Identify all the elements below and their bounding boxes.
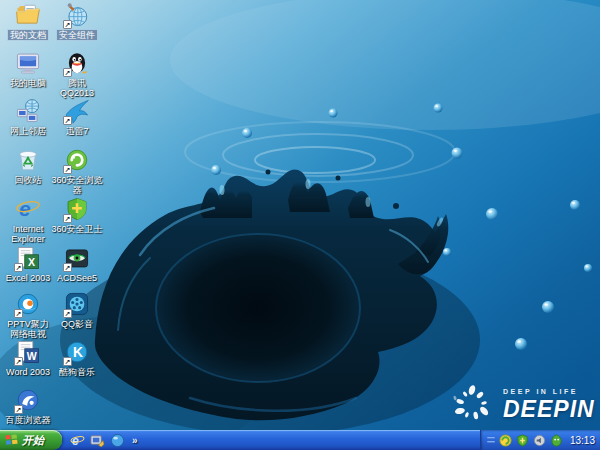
- security-component-icon: ↗: [64, 2, 90, 28]
- qq-player-icon: ↗: [64, 291, 90, 317]
- desktop-icon-label: 酷狗音乐: [57, 367, 97, 377]
- desktop-icon-label: Excel 2003: [4, 273, 53, 283]
- shortcut-arrow-icon: ↗: [63, 116, 72, 125]
- safe-360-icon: ↗: [64, 196, 90, 222]
- baidu-browser-icon: ↗: [15, 387, 41, 413]
- excel-2003-icon: X↗: [15, 245, 41, 271]
- desktop-icon-label: 回收站: [13, 175, 44, 185]
- taskbar: 开始 e» 13:13: [0, 430, 600, 450]
- shortcut-arrow-icon: ↗: [14, 263, 23, 272]
- desktop-icon-browser-360[interactable]: ↗360安全浏览器: [49, 147, 105, 195]
- desktop-icon-label: PPTV聚力 网络电视: [0, 319, 56, 339]
- desktop-icon-pptv[interactable]: ↗PPTV聚力 网络电视: [0, 291, 56, 339]
- desktop-icon-thunder7[interactable]: ↗迅雷7: [49, 98, 105, 136]
- desktop-icon-word-2003[interactable]: W↗Word 2003: [0, 339, 56, 377]
- desktop-icon-label: QQ影音: [59, 319, 95, 329]
- desktop-icon-network-places[interactable]: 网上邻居: [0, 98, 56, 136]
- desktop-icon-internet-explorer[interactable]: eInternet Explorer: [0, 196, 56, 244]
- tray-antivirus-360-icon[interactable]: [499, 434, 512, 447]
- svg-text:e: e: [72, 434, 79, 448]
- shortcut-arrow-icon: ↗: [63, 165, 72, 174]
- desktop-icon-my-documents[interactable]: 我的文档: [0, 2, 56, 40]
- tray-handle[interactable]: [487, 434, 495, 446]
- shortcut-arrow-icon: ↗: [63, 214, 72, 223]
- shortcut-arrow-icon: ↗: [63, 263, 72, 272]
- shortcut-arrow-icon: ↗: [14, 309, 23, 318]
- tencent-qq-icon: ↗: [64, 50, 90, 76]
- my-documents-icon: [15, 2, 41, 28]
- desktop-icon-label: ACDSee5: [55, 273, 99, 283]
- word-2003-icon: W↗: [15, 339, 41, 365]
- desktop-icon-qq-player[interactable]: ↗QQ影音: [49, 291, 105, 329]
- quick-launch-internet-explorer-icon[interactable]: e: [70, 433, 85, 448]
- desktop-icon-baidu-browser[interactable]: ↗百度浏览器: [0, 387, 56, 425]
- start-button[interactable]: 开始: [0, 430, 62, 450]
- desktop-icon-acdsee5[interactable]: ↗ACDSee5: [49, 245, 105, 283]
- shortcut-arrow-icon: ↗: [63, 20, 72, 29]
- tray-green-assistant-icon[interactable]: [550, 434, 563, 447]
- my-computer-icon: [15, 50, 41, 76]
- desktop-icon-label: 安全组件: [57, 30, 97, 40]
- svg-text:X: X: [28, 256, 35, 268]
- shortcut-arrow-icon: ↗: [14, 405, 23, 414]
- desktop-icons-area: 我的文档我的电脑网上邻居回收站eInternet ExplorerX↗Excel…: [0, 0, 600, 430]
- start-button-label: 开始: [22, 433, 44, 448]
- desktop-icon-security-component[interactable]: ↗安全组件: [49, 2, 105, 40]
- internet-explorer-icon: e: [15, 196, 41, 222]
- tray-security-shield-360-icon[interactable]: [516, 434, 529, 447]
- browser-360-icon: ↗: [64, 147, 90, 173]
- desktop-icon-label: 360安全浏览器: [49, 175, 105, 195]
- svg-text:W: W: [27, 350, 37, 362]
- windows-flag-icon: [5, 434, 18, 446]
- svg-text:K: K: [73, 344, 83, 360]
- system-tray: 13:13: [480, 430, 600, 450]
- tray-volume-icon[interactable]: [533, 434, 546, 447]
- desktop-icon-label: 360安全卫士: [49, 224, 104, 234]
- network-places-icon: [15, 98, 41, 124]
- desktop-icon-label: 我的电脑: [8, 78, 48, 88]
- desktop-icon-label: 我的文档: [8, 30, 48, 40]
- shortcut-arrow-icon: ↗: [14, 357, 23, 366]
- kugou-music-icon: K↗: [64, 339, 90, 365]
- pptv-icon: ↗: [15, 291, 41, 317]
- desktop-screen: DEEP IN LIFE DEEPIN 我的文档我的电脑网上邻居回收站eInte…: [0, 0, 600, 450]
- shortcut-arrow-icon: ↗: [63, 68, 72, 77]
- desktop-icon-label: Internet Explorer: [0, 224, 56, 244]
- desktop-icon-kugou-music[interactable]: K↗酷狗音乐: [49, 339, 105, 377]
- quick-launch-show-desktop-icon[interactable]: [90, 433, 105, 448]
- desktop-icon-safe-360[interactable]: ↗360安全卫士: [49, 196, 105, 234]
- taskbar-clock[interactable]: 13:13: [570, 435, 595, 446]
- recycle-bin-icon: [15, 147, 41, 173]
- acdsee5-icon: ↗: [64, 245, 90, 271]
- thunder7-icon: ↗: [64, 98, 90, 124]
- shortcut-arrow-icon: ↗: [63, 357, 72, 366]
- quick-launch-media-player-icon[interactable]: [110, 433, 125, 448]
- shortcut-arrow-icon: ↗: [63, 309, 72, 318]
- desktop-icon-label: 百度浏览器: [4, 415, 53, 425]
- desktop-icon-label: Word 2003: [4, 367, 52, 377]
- svg-text:e: e: [19, 197, 31, 220]
- desktop-icon-my-computer[interactable]: 我的电脑: [0, 50, 56, 88]
- desktop-icon-excel-2003[interactable]: X↗Excel 2003: [0, 245, 56, 283]
- desktop-icon-recycle-bin[interactable]: 回收站: [0, 147, 56, 185]
- desktop-icon-label: 迅雷7: [63, 126, 90, 136]
- tray-icons: [499, 434, 563, 447]
- quick-launch-bar: e»: [70, 430, 140, 450]
- desktop-icon-label: 腾讯QQ2013: [49, 78, 105, 98]
- desktop-icon-tencent-qq[interactable]: ↗腾讯QQ2013: [49, 50, 105, 98]
- desktop-icon-label: 网上邻居: [8, 126, 48, 136]
- quick-launch-overflow-chevron[interactable]: »: [130, 435, 140, 446]
